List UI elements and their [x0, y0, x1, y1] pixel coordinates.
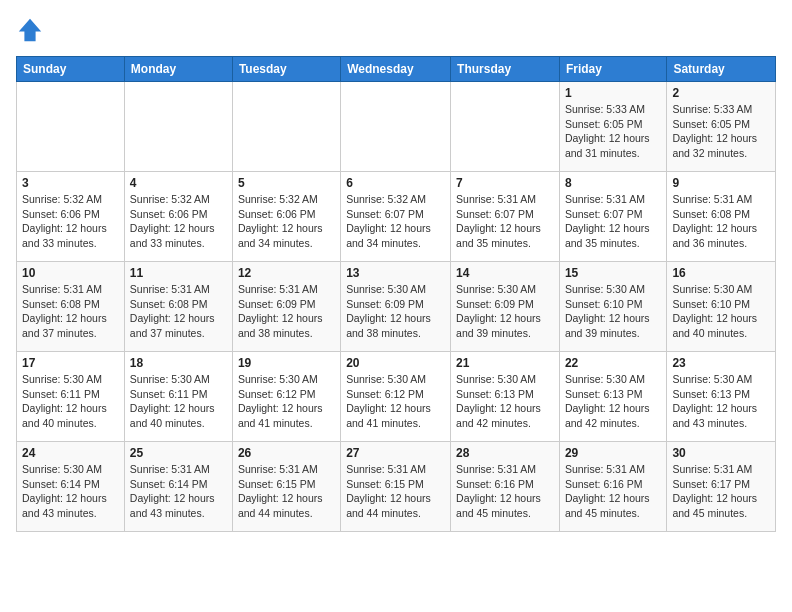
day-cell — [341, 82, 451, 172]
day-number: 15 — [565, 266, 661, 280]
day-info: Sunrise: 5:32 AM Sunset: 6:06 PM Dayligh… — [22, 192, 119, 251]
day-cell: 12Sunrise: 5:31 AM Sunset: 6:09 PM Dayli… — [232, 262, 340, 352]
day-cell: 4Sunrise: 5:32 AM Sunset: 6:06 PM Daylig… — [124, 172, 232, 262]
page-header — [16, 16, 776, 44]
day-number: 8 — [565, 176, 661, 190]
week-row-3: 17Sunrise: 5:30 AM Sunset: 6:11 PM Dayli… — [17, 352, 776, 442]
day-cell: 19Sunrise: 5:30 AM Sunset: 6:12 PM Dayli… — [232, 352, 340, 442]
day-info: Sunrise: 5:30 AM Sunset: 6:14 PM Dayligh… — [22, 462, 119, 521]
day-cell: 23Sunrise: 5:30 AM Sunset: 6:13 PM Dayli… — [667, 352, 776, 442]
day-cell: 24Sunrise: 5:30 AM Sunset: 6:14 PM Dayli… — [17, 442, 125, 532]
day-number: 30 — [672, 446, 770, 460]
day-info: Sunrise: 5:30 AM Sunset: 6:10 PM Dayligh… — [565, 282, 661, 341]
day-info: Sunrise: 5:30 AM Sunset: 6:09 PM Dayligh… — [346, 282, 445, 341]
day-cell: 15Sunrise: 5:30 AM Sunset: 6:10 PM Dayli… — [559, 262, 666, 352]
logo — [16, 16, 48, 44]
day-info: Sunrise: 5:31 AM Sunset: 6:16 PM Dayligh… — [456, 462, 554, 521]
day-info: Sunrise: 5:31 AM Sunset: 6:16 PM Dayligh… — [565, 462, 661, 521]
day-info: Sunrise: 5:31 AM Sunset: 6:14 PM Dayligh… — [130, 462, 227, 521]
day-cell: 22Sunrise: 5:30 AM Sunset: 6:13 PM Dayli… — [559, 352, 666, 442]
day-cell: 13Sunrise: 5:30 AM Sunset: 6:09 PM Dayli… — [341, 262, 451, 352]
header-tuesday: Tuesday — [232, 57, 340, 82]
day-number: 17 — [22, 356, 119, 370]
day-number: 18 — [130, 356, 227, 370]
day-number: 4 — [130, 176, 227, 190]
day-cell: 8Sunrise: 5:31 AM Sunset: 6:07 PM Daylig… — [559, 172, 666, 262]
day-number: 10 — [22, 266, 119, 280]
week-row-0: 1Sunrise: 5:33 AM Sunset: 6:05 PM Daylig… — [17, 82, 776, 172]
header-saturday: Saturday — [667, 57, 776, 82]
day-info: Sunrise: 5:30 AM Sunset: 6:13 PM Dayligh… — [565, 372, 661, 431]
week-row-1: 3Sunrise: 5:32 AM Sunset: 6:06 PM Daylig… — [17, 172, 776, 262]
day-number: 13 — [346, 266, 445, 280]
day-number: 9 — [672, 176, 770, 190]
day-info: Sunrise: 5:31 AM Sunset: 6:07 PM Dayligh… — [565, 192, 661, 251]
day-cell: 28Sunrise: 5:31 AM Sunset: 6:16 PM Dayli… — [451, 442, 560, 532]
day-number: 14 — [456, 266, 554, 280]
header-sunday: Sunday — [17, 57, 125, 82]
svg-marker-0 — [19, 19, 41, 41]
day-info: Sunrise: 5:31 AM Sunset: 6:15 PM Dayligh… — [346, 462, 445, 521]
day-number: 21 — [456, 356, 554, 370]
day-number: 23 — [672, 356, 770, 370]
day-number: 20 — [346, 356, 445, 370]
header-thursday: Thursday — [451, 57, 560, 82]
day-info: Sunrise: 5:32 AM Sunset: 6:06 PM Dayligh… — [238, 192, 335, 251]
day-cell: 5Sunrise: 5:32 AM Sunset: 6:06 PM Daylig… — [232, 172, 340, 262]
day-number: 26 — [238, 446, 335, 460]
day-number: 22 — [565, 356, 661, 370]
day-cell — [124, 82, 232, 172]
day-info: Sunrise: 5:31 AM Sunset: 6:15 PM Dayligh… — [238, 462, 335, 521]
calendar-table: SundayMondayTuesdayWednesdayThursdayFrid… — [16, 56, 776, 532]
day-info: Sunrise: 5:31 AM Sunset: 6:08 PM Dayligh… — [672, 192, 770, 251]
day-info: Sunrise: 5:30 AM Sunset: 6:12 PM Dayligh… — [346, 372, 445, 431]
day-cell: 27Sunrise: 5:31 AM Sunset: 6:15 PM Dayli… — [341, 442, 451, 532]
day-number: 19 — [238, 356, 335, 370]
day-cell: 14Sunrise: 5:30 AM Sunset: 6:09 PM Dayli… — [451, 262, 560, 352]
day-cell: 20Sunrise: 5:30 AM Sunset: 6:12 PM Dayli… — [341, 352, 451, 442]
day-info: Sunrise: 5:31 AM Sunset: 6:09 PM Dayligh… — [238, 282, 335, 341]
day-number: 29 — [565, 446, 661, 460]
day-cell: 11Sunrise: 5:31 AM Sunset: 6:08 PM Dayli… — [124, 262, 232, 352]
day-info: Sunrise: 5:31 AM Sunset: 6:08 PM Dayligh… — [22, 282, 119, 341]
day-cell: 10Sunrise: 5:31 AM Sunset: 6:08 PM Dayli… — [17, 262, 125, 352]
day-info: Sunrise: 5:30 AM Sunset: 6:12 PM Dayligh… — [238, 372, 335, 431]
day-number: 2 — [672, 86, 770, 100]
logo-icon — [16, 16, 44, 44]
day-cell: 3Sunrise: 5:32 AM Sunset: 6:06 PM Daylig… — [17, 172, 125, 262]
day-cell: 21Sunrise: 5:30 AM Sunset: 6:13 PM Dayli… — [451, 352, 560, 442]
day-cell: 6Sunrise: 5:32 AM Sunset: 6:07 PM Daylig… — [341, 172, 451, 262]
day-number: 24 — [22, 446, 119, 460]
day-info: Sunrise: 5:30 AM Sunset: 6:13 PM Dayligh… — [456, 372, 554, 431]
day-number: 1 — [565, 86, 661, 100]
header-wednesday: Wednesday — [341, 57, 451, 82]
day-cell: 2Sunrise: 5:33 AM Sunset: 6:05 PM Daylig… — [667, 82, 776, 172]
day-number: 12 — [238, 266, 335, 280]
day-number: 11 — [130, 266, 227, 280]
day-info: Sunrise: 5:33 AM Sunset: 6:05 PM Dayligh… — [672, 102, 770, 161]
header-monday: Monday — [124, 57, 232, 82]
week-row-2: 10Sunrise: 5:31 AM Sunset: 6:08 PM Dayli… — [17, 262, 776, 352]
day-cell: 30Sunrise: 5:31 AM Sunset: 6:17 PM Dayli… — [667, 442, 776, 532]
header-friday: Friday — [559, 57, 666, 82]
day-info: Sunrise: 5:31 AM Sunset: 6:17 PM Dayligh… — [672, 462, 770, 521]
day-number: 6 — [346, 176, 445, 190]
day-info: Sunrise: 5:30 AM Sunset: 6:11 PM Dayligh… — [22, 372, 119, 431]
day-cell — [451, 82, 560, 172]
day-cell: 26Sunrise: 5:31 AM Sunset: 6:15 PM Dayli… — [232, 442, 340, 532]
day-info: Sunrise: 5:32 AM Sunset: 6:06 PM Dayligh… — [130, 192, 227, 251]
day-cell: 25Sunrise: 5:31 AM Sunset: 6:14 PM Dayli… — [124, 442, 232, 532]
day-number: 28 — [456, 446, 554, 460]
day-info: Sunrise: 5:30 AM Sunset: 6:11 PM Dayligh… — [130, 372, 227, 431]
day-cell: 7Sunrise: 5:31 AM Sunset: 6:07 PM Daylig… — [451, 172, 560, 262]
day-number: 25 — [130, 446, 227, 460]
header-row: SundayMondayTuesdayWednesdayThursdayFrid… — [17, 57, 776, 82]
day-info: Sunrise: 5:32 AM Sunset: 6:07 PM Dayligh… — [346, 192, 445, 251]
day-cell: 16Sunrise: 5:30 AM Sunset: 6:10 PM Dayli… — [667, 262, 776, 352]
day-cell: 18Sunrise: 5:30 AM Sunset: 6:11 PM Dayli… — [124, 352, 232, 442]
day-number: 16 — [672, 266, 770, 280]
day-info: Sunrise: 5:31 AM Sunset: 6:07 PM Dayligh… — [456, 192, 554, 251]
day-cell — [17, 82, 125, 172]
day-cell: 29Sunrise: 5:31 AM Sunset: 6:16 PM Dayli… — [559, 442, 666, 532]
day-cell: 9Sunrise: 5:31 AM Sunset: 6:08 PM Daylig… — [667, 172, 776, 262]
